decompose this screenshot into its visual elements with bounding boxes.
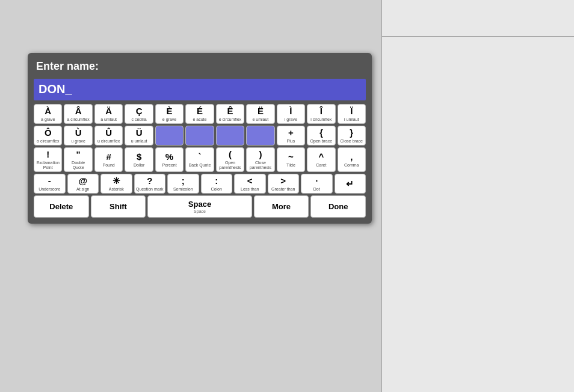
delete-button[interactable]: Delete: [34, 195, 89, 218]
key-1-5[interactable]: [185, 126, 214, 145]
key-sub-3-2: Asterisk: [109, 187, 124, 192]
key-sub-2-3: Dollar: [134, 163, 144, 168]
key-3-2[interactable]: ✳Asterisk: [100, 174, 132, 194]
key-main-3-9: ↵: [346, 179, 354, 189]
shift-button[interactable]: Shift: [91, 195, 146, 218]
key-0-7[interactable]: Ëe umlaut: [246, 104, 274, 124]
key-3-7[interactable]: >Greater than: [268, 174, 300, 194]
key-2-6[interactable]: (Open parenthesis: [216, 147, 244, 172]
key-sub-2-7: Close parenthesis: [248, 161, 273, 170]
key-0-10[interactable]: Ïi umlaut: [338, 104, 366, 124]
key-main-2-3: $: [137, 152, 141, 162]
key-1-7[interactable]: [246, 126, 274, 145]
key-3-5[interactable]: :Colon: [201, 174, 233, 194]
key-3-9[interactable]: ↵: [335, 174, 366, 194]
key-2-4[interactable]: %Percent: [155, 147, 184, 172]
key-main-0-0: À: [45, 106, 51, 117]
key-main-2-4: %: [165, 152, 173, 162]
more-button-label: More: [272, 202, 291, 211]
key-main-2-5: `: [198, 152, 201, 162]
key-0-1[interactable]: Âa circumflex: [64, 104, 92, 124]
space-button-sublabel: Space: [194, 209, 206, 213]
key-sub-2-1: Double Quote: [66, 161, 90, 170]
key-2-0[interactable]: !Exclamation Point: [34, 147, 62, 172]
key-main-2-8: ~: [288, 152, 294, 162]
key-sub-1-2: u circumflex: [97, 139, 120, 144]
key-main-2-2: #: [106, 152, 111, 162]
key-2-8[interactable]: ~Tilde: [277, 147, 305, 172]
key-main-3-4: ;: [182, 176, 185, 186]
key-2-1[interactable]: "Double Quote: [64, 147, 92, 172]
key-sub-1-10: Close brace: [341, 139, 363, 144]
bottom-row: DeleteShiftSpaceSpaceMoreDone: [34, 195, 366, 218]
keyboard-container: Enter name: DON_ Àa graveÂa circumflexÄa…: [28, 53, 372, 224]
key-3-4[interactable]: ;Semicolon: [167, 174, 199, 194]
key-2-7[interactable]: )Close parenthesis: [246, 147, 274, 172]
key-3-8[interactable]: ·Dot: [301, 174, 333, 194]
key-1-10[interactable]: }Close brace: [338, 126, 366, 145]
key-0-4[interactable]: Èe grave: [155, 104, 184, 124]
key-main-1-1: Ù: [75, 128, 82, 138]
key-sub-0-6: e circumflex: [219, 117, 241, 122]
key-1-3[interactable]: Üu umlaut: [125, 126, 153, 145]
key-0-9[interactable]: Îi circumflex: [307, 104, 335, 124]
done-button[interactable]: Done: [310, 195, 366, 218]
key-sub-3-0: Underscore: [39, 187, 60, 192]
key-sub-2-0: Exclamation Point: [35, 161, 60, 170]
key-2-3[interactable]: $Dollar: [125, 147, 153, 172]
key-1-1[interactable]: Ùu grave: [64, 126, 92, 145]
key-3-1[interactable]: @At sign: [67, 174, 99, 194]
key-main-2-1: ": [76, 150, 81, 160]
key-3-0[interactable]: -Underscore: [34, 174, 66, 194]
key-sub-3-5: Colon: [211, 187, 222, 192]
key-main-1-3: Ü: [136, 128, 143, 138]
key-sub-1-3: u umlaut: [131, 139, 147, 144]
key-sub-2-8: Tilde: [286, 163, 295, 168]
key-main-0-1: Â: [75, 106, 82, 117]
key-sub-3-8: Dot: [313, 187, 320, 192]
key-sub-0-5: e acute: [193, 117, 207, 122]
key-sub-0-9: i circumflex: [310, 117, 332, 122]
key-main-3-7: >: [280, 176, 286, 186]
key-main-3-8: ·: [315, 176, 318, 186]
key-2-9[interactable]: ^Caret: [307, 147, 335, 172]
key-2-5[interactable]: `Back Quote: [185, 147, 214, 172]
key-sub-3-6: Less than: [241, 187, 259, 192]
key-sub-2-5: Back Quote: [189, 163, 211, 168]
key-0-3[interactable]: Çc cedilla: [125, 104, 153, 124]
key-1-4[interactable]: [155, 126, 184, 145]
key-1-8[interactable]: +Plus: [277, 126, 305, 145]
key-1-2[interactable]: Ûu circumflex: [94, 126, 123, 145]
key-2-10[interactable]: ,Comma: [338, 147, 366, 172]
key-0-5[interactable]: Ée acute: [185, 104, 214, 124]
key-1-6[interactable]: [216, 126, 244, 145]
key-3-6[interactable]: <Less than: [234, 174, 266, 194]
key-0-2[interactable]: Äa umlaut: [94, 104, 123, 124]
key-1-9[interactable]: {Open brace: [307, 126, 335, 145]
key-0-6[interactable]: Êe circumflex: [216, 104, 244, 124]
delete-button-label: Delete: [49, 202, 73, 211]
key-main-1-8: +: [288, 128, 294, 138]
key-row-0: Àa graveÂa circumflexÄa umlautÇc cedilla…: [34, 104, 366, 124]
key-sub-2-10: Comma: [344, 163, 359, 168]
key-3-3[interactable]: ?Question mark: [134, 174, 166, 194]
key-0-0[interactable]: Àa grave: [34, 104, 62, 124]
key-sub-0-3: c cedilla: [131, 117, 146, 122]
key-main-0-4: È: [167, 106, 173, 117]
done-button-label: Done: [329, 202, 348, 211]
key-main-2-7: ): [259, 150, 262, 160]
right-panel: [381, 0, 574, 392]
more-button[interactable]: More: [254, 195, 309, 218]
key-sub-3-4: Semicolon: [173, 187, 193, 192]
key-sub-0-0: a grave: [41, 117, 55, 122]
keys-grid: Àa graveÂa circumflexÄa umlautÇc cedilla…: [34, 104, 366, 194]
key-sub-2-6: Open parenthesis: [218, 161, 242, 170]
key-sub-1-0: o circumflex: [37, 139, 59, 144]
name-input[interactable]: DON_: [34, 79, 366, 100]
key-0-8[interactable]: Ìi grave: [277, 104, 305, 124]
key-sub-3-7: Greater than: [271, 187, 295, 192]
key-sub-0-10: i umlaut: [344, 117, 359, 122]
key-1-0[interactable]: Ôo circumflex: [34, 126, 62, 145]
key-2-2[interactable]: #Pound: [94, 147, 123, 172]
space-button[interactable]: SpaceSpace: [147, 195, 252, 218]
